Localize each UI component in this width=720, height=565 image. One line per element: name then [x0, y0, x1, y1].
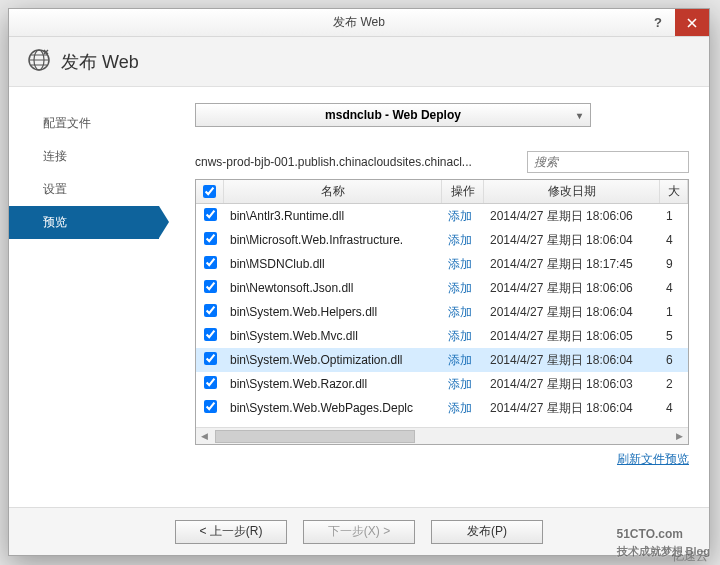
cell-size: 2	[660, 377, 688, 391]
cell-name: bin\System.Web.Helpers.dll	[224, 305, 442, 319]
cell-operation: 添加	[442, 352, 484, 369]
cell-date: 2014/4/27 星期日 18:06:04	[484, 400, 660, 417]
scroll-right-icon: ▶	[671, 428, 688, 444]
row-checkbox[interactable]	[204, 400, 217, 413]
cell-operation: 添加	[442, 208, 484, 225]
row-checkbox[interactable]	[204, 328, 217, 341]
row-checkbox[interactable]	[204, 232, 217, 245]
cell-size: 4	[660, 401, 688, 415]
header-checkbox-cell	[196, 180, 224, 203]
row-checkbox-cell	[196, 208, 224, 224]
close-icon	[687, 18, 697, 28]
row-checkbox-cell	[196, 376, 224, 392]
cell-operation: 添加	[442, 304, 484, 321]
cell-name: bin\System.Web.Optimization.dll	[224, 353, 442, 367]
col-name[interactable]: 名称	[224, 180, 442, 203]
cell-date: 2014/4/27 星期日 18:17:45	[484, 256, 660, 273]
help-button[interactable]: ?	[641, 9, 675, 36]
prev-button[interactable]: < 上一步(R)	[175, 520, 287, 544]
table-row[interactable]: bin\System.Web.Optimization.dll添加2014/4/…	[196, 348, 688, 372]
main-panel: msdnclub - Web Deploy ▾ cnws-prod-bjb-00…	[159, 87, 709, 507]
horizontal-scrollbar[interactable]: ◀ ▶	[196, 427, 688, 444]
search-input[interactable]	[527, 151, 689, 173]
sidebar: 配置文件连接设置预览	[9, 87, 159, 507]
select-all-checkbox[interactable]	[203, 185, 216, 198]
refresh-link[interactable]: 刷新文件预览	[617, 452, 689, 466]
titlebar: 发布 Web ?	[9, 9, 709, 37]
cell-operation: 添加	[442, 328, 484, 345]
table-body: bin\Antlr3.Runtime.dll添加2014/4/27 星期日 18…	[196, 204, 688, 426]
cell-size: 5	[660, 329, 688, 343]
globe-icon	[27, 48, 51, 75]
cell-name: bin\System.Web.Mvc.dll	[224, 329, 442, 343]
cell-operation: 添加	[442, 400, 484, 417]
table-header: 名称 操作 修改日期 大	[196, 180, 688, 204]
path-row: cnws-prod-bjb-001.publish.chinacloudsite…	[195, 151, 689, 173]
cell-operation: 添加	[442, 256, 484, 273]
cell-name: bin\System.Web.WebPages.Deplc	[224, 401, 442, 415]
cell-name: bin\Newtonsoft.Json.dll	[224, 281, 442, 295]
cell-size: 9	[660, 257, 688, 271]
cell-name: bin\MSDNClub.dll	[224, 257, 442, 271]
row-checkbox[interactable]	[204, 256, 217, 269]
row-checkbox[interactable]	[204, 208, 217, 221]
table-row[interactable]: bin\MSDNClub.dll添加2014/4/27 星期日 18:17:45…	[196, 252, 688, 276]
sidebar-item-3[interactable]: 预览	[9, 206, 159, 239]
row-checkbox-cell	[196, 280, 224, 296]
refresh-row: 刷新文件预览	[195, 451, 689, 468]
cell-name: bin\Antlr3.Runtime.dll	[224, 209, 442, 223]
cell-size: 1	[660, 305, 688, 319]
row-checkbox[interactable]	[204, 280, 217, 293]
row-checkbox[interactable]	[204, 304, 217, 317]
cell-operation: 添加	[442, 232, 484, 249]
window-title: 发布 Web	[333, 14, 385, 31]
sidebar-item-1[interactable]: 连接	[9, 140, 159, 173]
col-size[interactable]: 大	[660, 180, 688, 203]
table-row[interactable]: bin\Antlr3.Runtime.dll添加2014/4/27 星期日 18…	[196, 204, 688, 228]
cell-operation: 添加	[442, 280, 484, 297]
col-date[interactable]: 修改日期	[484, 180, 660, 203]
publish-button[interactable]: 发布(P)	[431, 520, 543, 544]
dialog-body: 配置文件连接设置预览 msdnclub - Web Deploy ▾ cnws-…	[9, 87, 709, 507]
cell-date: 2014/4/27 星期日 18:06:04	[484, 352, 660, 369]
footer: < 上一步(R) 下一步(X) > 发布(P)	[9, 507, 709, 555]
col-operation[interactable]: 操作	[442, 180, 484, 203]
cell-date: 2014/4/27 星期日 18:06:05	[484, 328, 660, 345]
next-button: 下一步(X) >	[303, 520, 415, 544]
table-row[interactable]: bin\System.Web.Helpers.dll添加2014/4/27 星期…	[196, 300, 688, 324]
profile-label: msdnclub - Web Deploy	[325, 108, 461, 122]
cell-date: 2014/4/27 星期日 18:06:03	[484, 376, 660, 393]
profile-dropdown[interactable]: msdnclub - Web Deploy ▾	[195, 103, 591, 127]
table-row[interactable]: bin\System.Web.Mvc.dll添加2014/4/27 星期日 18…	[196, 324, 688, 348]
cell-name: bin\Microsoft.Web.Infrastructure.	[224, 233, 442, 247]
sidebar-item-0[interactable]: 配置文件	[9, 107, 159, 140]
sidebar-item-2[interactable]: 设置	[9, 173, 159, 206]
row-checkbox-cell	[196, 400, 224, 416]
row-checkbox-cell	[196, 232, 224, 248]
row-checkbox-cell	[196, 304, 224, 320]
row-checkbox[interactable]	[204, 352, 217, 365]
cell-date: 2014/4/27 星期日 18:06:04	[484, 304, 660, 321]
cell-size: 4	[660, 233, 688, 247]
cell-date: 2014/4/27 星期日 18:06:06	[484, 280, 660, 297]
cell-date: 2014/4/27 星期日 18:06:06	[484, 208, 660, 225]
scroll-left-icon: ◀	[196, 428, 213, 444]
row-checkbox[interactable]	[204, 376, 217, 389]
dialog-window: 发布 Web ? 发布 Web 配置文件连接设置预览 msdnclub - We…	[8, 8, 710, 556]
scroll-thumb[interactable]	[215, 430, 415, 443]
row-checkbox-cell	[196, 352, 224, 368]
cell-size: 6	[660, 353, 688, 367]
window-buttons: ?	[641, 9, 709, 36]
close-button[interactable]	[675, 9, 709, 36]
table-row[interactable]: bin\System.Web.Razor.dll添加2014/4/27 星期日 …	[196, 372, 688, 396]
table-row[interactable]: bin\System.Web.WebPages.Deplc添加2014/4/27…	[196, 396, 688, 420]
row-checkbox-cell	[196, 328, 224, 344]
cell-name: bin\System.Web.Razor.dll	[224, 377, 442, 391]
cell-operation: 添加	[442, 376, 484, 393]
page-title: 发布 Web	[61, 50, 139, 74]
file-table: 名称 操作 修改日期 大 bin\Antlr3.Runtime.dll添加201…	[195, 179, 689, 445]
chevron-down-icon: ▾	[577, 110, 582, 121]
header: 发布 Web	[9, 37, 709, 87]
table-row[interactable]: bin\Newtonsoft.Json.dll添加2014/4/27 星期日 1…	[196, 276, 688, 300]
table-row[interactable]: bin\Microsoft.Web.Infrastructure.添加2014/…	[196, 228, 688, 252]
